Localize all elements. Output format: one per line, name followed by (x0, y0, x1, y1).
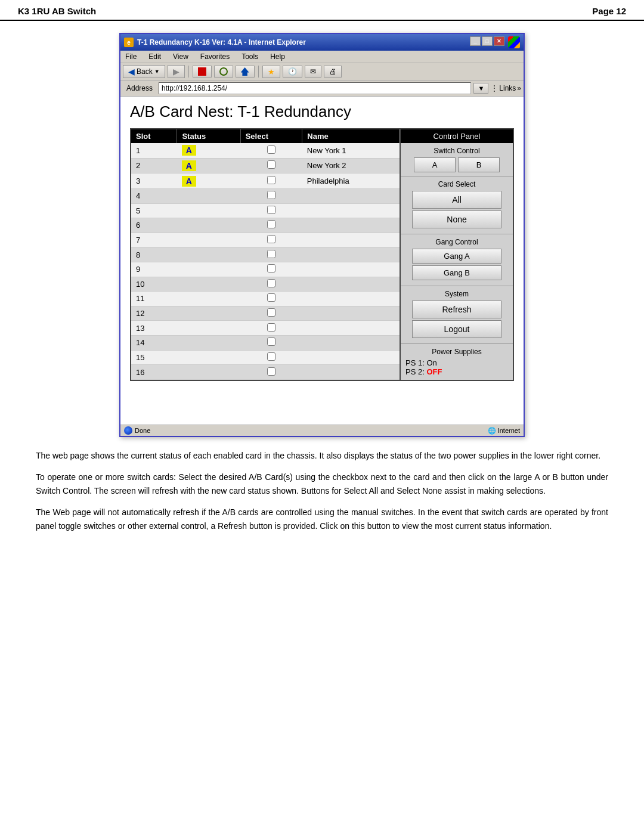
browser-window: e T-1 Redundancy K-16 Ver: 4.1A - Intern… (119, 33, 525, 437)
slot-checkbox[interactable] (267, 264, 275, 272)
maximize-button[interactable]: □ (482, 36, 493, 46)
window-controls[interactable]: _ □ ✕ (470, 36, 520, 48)
slot-name: Philadelphia (302, 174, 400, 189)
slot-checkbox[interactable] (267, 323, 275, 332)
logout-button[interactable]: Logout (412, 320, 501, 338)
home-icon (241, 67, 249, 76)
address-input[interactable] (159, 82, 471, 94)
slot-checkbox[interactable] (267, 145, 275, 154)
switch-b-button[interactable]: B (458, 157, 500, 172)
address-links: ⋮ Links » (491, 84, 521, 92)
slot-select-cell[interactable] (240, 365, 302, 380)
slot-checkbox[interactable] (267, 367, 275, 376)
table-row: 15 (131, 350, 400, 365)
menu-help[interactable]: Help (268, 52, 287, 61)
slot-name (302, 336, 400, 351)
slot-select-cell[interactable] (240, 306, 302, 321)
menu-tools[interactable]: Tools (239, 52, 261, 61)
slots-table: Slot Status Select Name 1ANew York 12ANe… (131, 129, 400, 380)
slot-select-cell[interactable] (240, 277, 302, 292)
slot-name (302, 218, 400, 233)
slot-checkbox[interactable] (267, 308, 275, 317)
menu-file[interactable]: File (123, 52, 139, 61)
menu-favorites[interactable]: Favorites (198, 52, 232, 61)
slot-select-cell[interactable] (240, 158, 302, 174)
refresh-button[interactable]: Refresh (412, 301, 501, 318)
titlebar-left: e T-1 Redundancy K-16 Ver: 4.1A - Intern… (124, 38, 306, 47)
stop-button[interactable] (193, 66, 212, 78)
slot-status (177, 292, 240, 306)
slot-status (177, 233, 240, 247)
print-button[interactable]: 🖨 (324, 66, 342, 78)
home-button[interactable] (236, 66, 255, 78)
slot-checkbox[interactable] (267, 352, 275, 361)
slot-select-cell[interactable] (240, 174, 302, 189)
select-all-button[interactable]: All (412, 191, 501, 209)
slot-checkbox[interactable] (267, 235, 275, 243)
slot-number: 9 (131, 262, 177, 277)
slot-checkbox[interactable] (267, 176, 275, 184)
statusbar-page-icon (124, 426, 132, 435)
slot-checkbox[interactable] (267, 293, 275, 302)
slot-select-cell[interactable] (240, 350, 302, 365)
slot-select-cell[interactable] (240, 203, 302, 218)
slot-status: A (177, 158, 240, 174)
slot-status (177, 277, 240, 292)
gang-control-label: Gang Control (405, 238, 508, 246)
slots-tbody: 1ANew York 12ANew York 23APhiladelphia45… (131, 143, 400, 380)
forward-button[interactable]: ▶ (168, 65, 185, 78)
slot-checkbox[interactable] (267, 191, 275, 199)
slot-select-cell[interactable] (240, 143, 302, 158)
slot-name (302, 262, 400, 277)
menu-view[interactable]: View (171, 52, 191, 61)
favorites-button[interactable]: ★ (262, 66, 280, 78)
close-button[interactable]: ✕ (494, 36, 504, 46)
address-label: Address (123, 83, 156, 94)
mail-button[interactable]: ✉ (305, 66, 321, 78)
switch-a-button[interactable]: A (414, 157, 456, 172)
slot-number: 7 (131, 233, 177, 247)
back-button[interactable]: ◀ Back ▼ (123, 65, 165, 78)
forward-icon: ▶ (173, 67, 179, 76)
slot-checkbox[interactable] (267, 250, 275, 258)
slot-name: New York 2 (302, 158, 400, 174)
slot-checkbox[interactable] (267, 160, 275, 169)
slot-checkbox[interactable] (267, 337, 275, 346)
slot-select-cell[interactable] (240, 247, 302, 262)
slot-checkbox[interactable] (267, 206, 275, 214)
minimize-button[interactable]: _ (470, 36, 481, 46)
slot-select-cell[interactable] (240, 321, 302, 336)
slot-status (177, 188, 240, 203)
slot-checkbox[interactable] (267, 220, 275, 228)
history-icon: 🕐 (288, 67, 297, 76)
slot-select-cell[interactable] (240, 218, 302, 233)
slot-select-cell[interactable] (240, 262, 302, 277)
gang-b-button[interactable]: Gang B (412, 265, 501, 280)
slot-checkbox[interactable] (267, 279, 275, 287)
table-row: 4 (131, 188, 400, 203)
slot-number: 13 (131, 321, 177, 336)
card-select-section: Card Select All None (401, 176, 513, 234)
history-button[interactable]: 🕐 (283, 66, 302, 78)
browser-addressbar: Address ▼ ⋮ Links » (120, 80, 524, 97)
slot-name (302, 321, 400, 336)
desc-para-2: To operate one or more switch cards: Sel… (36, 470, 608, 497)
select-none-button[interactable]: None (412, 210, 501, 228)
slot-select-cell[interactable] (240, 233, 302, 247)
slot-number: 1 (131, 143, 177, 158)
address-dropdown[interactable]: ▼ (473, 83, 488, 94)
statusbar-done: Done (135, 427, 150, 434)
slot-name (302, 350, 400, 365)
slot-select-cell[interactable] (240, 188, 302, 203)
refresh-toolbar-button[interactable] (214, 66, 233, 78)
menu-edit[interactable]: Edit (146, 52, 163, 61)
slot-number: 8 (131, 247, 177, 262)
slot-number: 4 (131, 188, 177, 203)
toolbar-sep-1 (188, 66, 189, 78)
slot-select-cell[interactable] (240, 336, 302, 351)
main-layout: Slot Status Select Name 1ANew York 12ANe… (130, 128, 514, 381)
slot-status (177, 247, 240, 262)
gang-a-button[interactable]: Gang A (412, 249, 501, 264)
slot-select-cell[interactable] (240, 292, 302, 306)
system-label: System (405, 290, 508, 298)
